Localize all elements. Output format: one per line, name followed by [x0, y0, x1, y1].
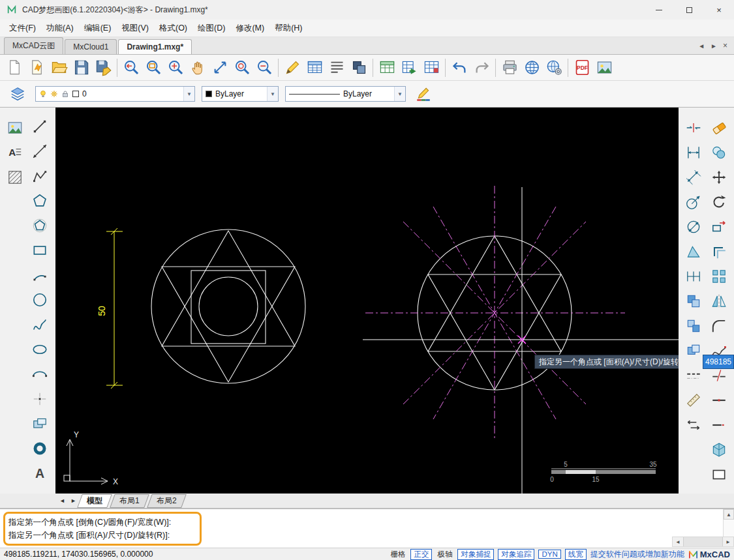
scroll-up-button[interactable]: ▲ [724, 509, 734, 520]
match-properties-button[interactable] [412, 83, 435, 105]
text-tool[interactable]: A [30, 464, 50, 482]
lengthen-tool[interactable] [709, 415, 729, 434]
align-tool[interactable] [684, 415, 703, 434]
open-cloud-file-button[interactable] [25, 57, 48, 79]
region-tool[interactable] [709, 465, 729, 484]
insert-image-button[interactable] [593, 57, 615, 79]
zoom-window-button[interactable] [142, 57, 164, 79]
block-tool[interactable] [30, 414, 50, 433]
maximize-button[interactable] [674, 0, 704, 20]
command-scrollbar-horizontal[interactable]: ◄ ► [672, 537, 734, 547]
linetype-dropdown-arrow[interactable]: ▼ [394, 87, 405, 101]
web-browser-button[interactable] [543, 57, 565, 79]
circle-tool[interactable] [30, 290, 50, 309]
new-file-button[interactable] [3, 57, 25, 79]
layout-scroll-left-button[interactable]: ◄ [57, 497, 67, 504]
text-align-button[interactable] [326, 57, 348, 79]
dim-angular-tool[interactable] [684, 242, 703, 261]
hatch-tool[interactable] [5, 168, 25, 186]
ellipse-arc-tool[interactable] [30, 364, 50, 383]
layout-scroll-right-button[interactable]: ► [69, 497, 78, 504]
minimize-button[interactable] [644, 0, 674, 20]
status-toggle-grid[interactable]: 栅格 [389, 550, 406, 559]
menu-edit[interactable]: 编辑(E) [79, 21, 117, 36]
xline-tool[interactable] [30, 141, 50, 160]
table-misc-button[interactable] [420, 57, 442, 79]
dim-diameter-tool[interactable] [684, 217, 703, 236]
dim-linear-tool[interactable] [684, 143, 703, 162]
menu-format[interactable]: 格式(O) [154, 21, 192, 36]
stretch-tool[interactable] [709, 217, 729, 236]
copy-tool[interactable] [709, 143, 729, 162]
menu-modify[interactable]: 修改(M) [230, 21, 269, 36]
polygon-inscribed-tool[interactable] [30, 216, 50, 235]
explode-tool[interactable] [709, 440, 729, 459]
command-window[interactable]: 指定第一个角点或 [倒角(C)/圆角(F)/宽度(W)]: 指定另一个角点或 [… [0, 508, 734, 548]
tab-scroll-right-button[interactable]: ► [711, 42, 717, 50]
menu-help[interactable]: 帮助(H) [269, 21, 307, 36]
draw-color-button[interactable] [281, 57, 303, 79]
layer-dropdown-arrow[interactable]: ▼ [183, 87, 194, 101]
status-toggle-osnap[interactable]: 对象捕捉 [457, 549, 494, 560]
rotate-tool[interactable] [709, 192, 729, 211]
status-toggle-ortho[interactable]: 正交 [410, 549, 432, 560]
save-file-button[interactable] [70, 57, 92, 79]
tab-close-button[interactable]: × [723, 41, 727, 50]
measure-area-tool[interactable] [684, 391, 703, 409]
break-at-point-tool[interactable] [684, 118, 703, 137]
pan-button[interactable] [187, 57, 209, 79]
publish-web-button[interactable] [521, 57, 543, 79]
color-select[interactable]: ByLayer ▼ [202, 86, 279, 102]
print-button[interactable] [498, 57, 521, 79]
color-dropdown-arrow[interactable]: ▼ [267, 87, 278, 101]
status-toggle-otrack[interactable]: 对象追踪 [498, 549, 534, 560]
drawing-canvas[interactable]: 50 [55, 108, 679, 494]
menu-view[interactable]: 视图(V) [116, 21, 154, 36]
spline-tool[interactable] [30, 315, 50, 334]
table-style-button[interactable] [376, 57, 398, 79]
tab-scroll-left-button[interactable]: ◄ [698, 42, 705, 50]
feedback-link[interactable]: 提交软件问题或增加新功能 [590, 549, 684, 560]
dim-continue-tool[interactable] [684, 267, 703, 286]
layout-tab-layout1[interactable]: 布局1 [110, 494, 149, 508]
scroll-left-button[interactable]: ◄ [673, 537, 683, 546]
doc-tab-drawing1[interactable]: Drawing1.mxg* [118, 39, 192, 54]
erase-tool[interactable] [709, 118, 729, 137]
insert-image-tool[interactable] [5, 118, 25, 137]
zoom-extents-button[interactable] [231, 57, 253, 79]
donut-tool[interactable] [30, 439, 50, 458]
point-tool[interactable] [30, 389, 50, 408]
save-as-button[interactable] [92, 57, 114, 79]
menu-draw[interactable]: 绘图(D) [192, 21, 230, 36]
table-export-button[interactable] [398, 57, 420, 79]
line-tool[interactable] [30, 117, 50, 136]
doc-tab-mxcloud1[interactable]: MxCloud1 [65, 39, 117, 54]
mirror-tool[interactable] [709, 291, 729, 310]
undo-button[interactable] [448, 57, 470, 79]
command-scrollbar-vertical[interactable]: ▲ [723, 509, 734, 537]
layer-select[interactable]: 0 ▼ [35, 86, 195, 102]
layers-button[interactable] [7, 83, 29, 105]
dyn-input-value[interactable]: 498185 [703, 355, 734, 369]
status-toggle-dyn[interactable]: DYN [538, 550, 560, 559]
text-style-tool[interactable]: A [5, 143, 25, 162]
menu-file[interactable]: 文件(F) [4, 21, 41, 36]
linetype-dash-tool[interactable] [684, 366, 703, 385]
close-button[interactable]: × [704, 0, 734, 20]
layer-merge-tool[interactable] [684, 341, 703, 360]
status-toggle-polar[interactable]: 极轴 [436, 550, 453, 559]
dim-radius-tool[interactable] [684, 192, 703, 211]
redo-button[interactable] [470, 57, 493, 79]
polygon-tool[interactable] [30, 191, 50, 210]
layout-tab-layout2[interactable]: 布局2 [147, 494, 186, 508]
ellipse-tool[interactable] [30, 340, 50, 359]
dim-aligned-tool[interactable] [684, 168, 703, 186]
layout-tab-model[interactable]: 模型 [77, 494, 112, 508]
offset-tool[interactable] [709, 242, 729, 261]
match-layer-tool[interactable] [684, 316, 703, 335]
move-tool[interactable] [709, 168, 729, 186]
doc-tab-mxcad-cloud[interactable]: MxCAD云图 [4, 37, 63, 54]
block-insert-button[interactable] [348, 57, 370, 79]
open-file-button[interactable] [48, 57, 70, 79]
array-tool[interactable] [709, 267, 729, 286]
